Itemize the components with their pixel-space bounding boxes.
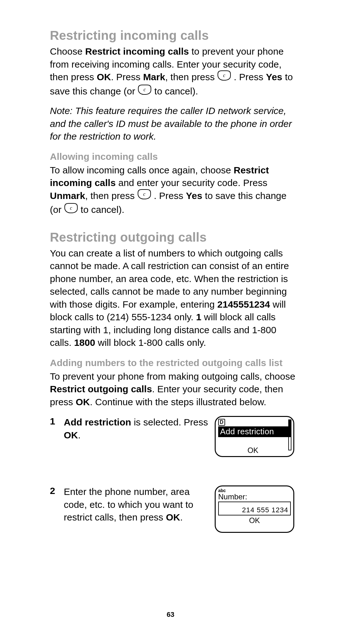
- svg-text:c: c: [143, 191, 145, 197]
- step-text: Enter the phone number, area code, etc. …: [64, 485, 215, 524]
- para-allowing: To allow incoming calls once again, choo…: [50, 164, 297, 218]
- figure-add-restriction: D Add restriction OK: [215, 416, 297, 457]
- text-mode-indicator-icon: abc: [218, 488, 291, 493]
- phone-screen: abc Number: 214 555 1234 OK: [215, 485, 294, 533]
- step-1: 1 Add restriction is selected. Press OK.…: [50, 416, 297, 457]
- steps-list: 1 Add restriction is selected. Press OK.…: [50, 416, 297, 533]
- subheading-allowing-incoming: Allowing incoming calls: [50, 151, 297, 162]
- svg-text:c: c: [70, 205, 72, 211]
- step-number: 1: [50, 416, 64, 427]
- para-incoming-1: Choose Restrict incoming calls to preven…: [50, 45, 297, 99]
- step-number: 2: [50, 485, 64, 496]
- term-restrict-outgoing: Restrict outgoing calls: [50, 384, 152, 394]
- menu-item-add-restriction: Add restriction: [218, 426, 291, 437]
- key-ok: OK: [97, 72, 111, 82]
- page: Restricting incoming calls Choose Restri…: [0, 0, 341, 644]
- key-unmark: Unmark: [50, 190, 85, 201]
- svg-text:c: c: [144, 87, 146, 92]
- para-outgoing-1: You can create a list of numbers to whic…: [50, 247, 297, 349]
- softkey-ok: OK: [216, 446, 290, 455]
- c-key-icon: c: [64, 203, 78, 217]
- c-key-icon: c: [217, 70, 231, 84]
- heading-restricting-outgoing: Restricting outgoing calls: [50, 230, 297, 244]
- svg-text:c: c: [223, 73, 225, 78]
- c-key-icon: c: [138, 84, 152, 99]
- term-restrict-incoming: Restrict incoming calls: [85, 46, 189, 57]
- field-label-number: Number:: [218, 493, 291, 501]
- heading-restricting-incoming: Restricting incoming calls: [50, 28, 297, 43]
- note-caller-id: Note: This feature requires the caller I…: [50, 105, 297, 143]
- step-2: 2 Enter the phone number, area code, etc…: [50, 485, 297, 533]
- c-key-icon: c: [137, 189, 151, 203]
- phone-screen: D Add restriction OK: [215, 416, 294, 457]
- figure-number-entry: abc Number: 214 555 1234 OK: [215, 485, 297, 533]
- key-ok: OK: [64, 430, 78, 440]
- page-number: 63: [0, 611, 341, 619]
- key-mark: Mark: [143, 72, 165, 82]
- para-outgoing-2: To prevent your phone from making outgoi…: [50, 370, 297, 409]
- key-yes: Yes: [266, 72, 282, 82]
- key-ok: OK: [76, 397, 90, 407]
- signal-indicator-icon: D: [218, 419, 225, 426]
- key-yes: Yes: [186, 190, 202, 201]
- step-text: Add restriction is selected. Press OK.: [64, 416, 215, 442]
- number-input: 214 555 1234: [218, 502, 291, 515]
- subheading-adding-numbers: Adding numbers to the restricted outgoin…: [50, 358, 297, 368]
- softkey-ok: OK: [218, 516, 291, 525]
- input-value: 214 555 1234: [242, 506, 288, 514]
- key-ok: OK: [166, 512, 180, 522]
- scrollbar-thumb: [289, 420, 291, 431]
